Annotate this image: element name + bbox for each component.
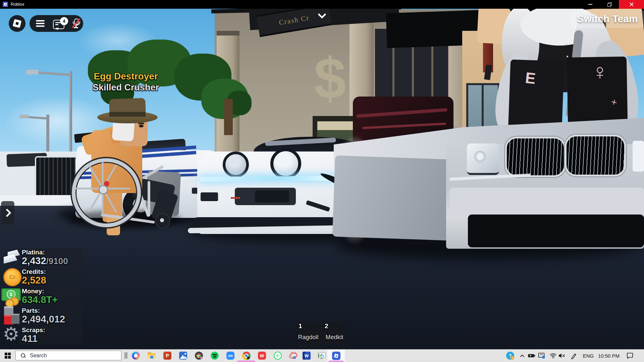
search-placeholder: Search xyxy=(30,353,47,359)
stat-row-scraps: Scraps: 411 xyxy=(18,326,83,344)
roblox-running-underline xyxy=(329,361,343,362)
wheelchair-caster-hub xyxy=(160,218,164,222)
stat-row-platina: Platina: 2,432/9100 xyxy=(18,248,83,266)
bmw-intake xyxy=(468,215,644,247)
chevron-down-icon xyxy=(318,10,326,18)
win-pane xyxy=(5,353,7,355)
chevron-right-icon xyxy=(3,208,11,217)
taskbar-zoom-icon[interactable]: zm xyxy=(226,351,235,360)
chat-tail xyxy=(56,28,59,30)
taskbar-wps-icon[interactable]: W xyxy=(258,351,266,360)
character-hat-band xyxy=(109,112,146,117)
switch-team-button[interactable]: Switch Team xyxy=(571,9,644,28)
stat-value: 2,528 xyxy=(22,275,46,286)
stat-label: Money: xyxy=(22,288,83,295)
taskbar-flower-doodle-icon[interactable] xyxy=(289,351,298,360)
wps-tile: W xyxy=(258,352,266,360)
tray-battery-icon[interactable] xyxy=(528,352,536,360)
chart-bar xyxy=(320,355,321,357)
hamburger-bar xyxy=(36,20,45,21)
minimize-button[interactable] xyxy=(581,0,600,9)
chrome-badge xyxy=(247,356,250,359)
chrome-profile-circle xyxy=(195,352,203,360)
taskbar-search-box[interactable]: Search xyxy=(15,351,121,360)
tray-volume-muted-icon[interactable] xyxy=(558,352,566,360)
stat-value: 2,494,012 xyxy=(22,314,65,324)
word-tile: W xyxy=(303,352,311,360)
tray-language[interactable]: ENG xyxy=(582,349,595,362)
monitor-stand xyxy=(321,358,322,359)
word-letter: W xyxy=(305,353,309,358)
spotify-wave xyxy=(212,354,217,355)
building-column-cap xyxy=(217,31,239,36)
ppt-tile: P xyxy=(163,352,171,360)
taskbar-chrome-icon[interactable] xyxy=(242,351,251,360)
stat-row-credits: Credits: 2,528 xyxy=(18,267,83,286)
menu-hamburger-icon[interactable] xyxy=(36,20,45,27)
search-handle xyxy=(24,356,26,358)
crash-sign-text: Crash Cr xyxy=(278,13,310,27)
roblox-window: $ lord Crash Cr xyxy=(0,0,644,362)
roblox-menu-button[interactable] xyxy=(9,15,25,32)
language-label: ENG xyxy=(583,353,594,359)
copilot-center xyxy=(134,354,138,357)
hotbar-slot-1[interactable]: 1 Ragdoll xyxy=(296,322,321,345)
folder-holder xyxy=(150,356,153,359)
leg-symbol-text: ♀ xyxy=(592,59,608,84)
avatar-button-dot xyxy=(566,44,567,45)
screen-chart xyxy=(317,352,326,360)
bmw-grille xyxy=(505,137,566,177)
flower-doodle xyxy=(289,352,298,360)
stat-row-parts: Parts: 2,494,012 xyxy=(18,306,83,325)
tray-display-sync-icon[interactable] xyxy=(538,352,546,360)
app-icon-roblox xyxy=(3,2,8,7)
photos-tile xyxy=(179,352,187,360)
stat-row-money: Money: 634.8T+ xyxy=(18,287,83,305)
spotify-circle xyxy=(211,352,219,360)
taskbar-divider xyxy=(125,352,125,359)
tray-pen-icon[interactable] xyxy=(570,352,578,360)
dollar-sign: $ xyxy=(314,45,354,111)
side-panel-expand-tab[interactable] xyxy=(1,201,14,225)
wps-letter: W xyxy=(260,353,264,358)
taskbar-powerpoint-icon[interactable]: P xyxy=(163,351,172,360)
spotify-wave xyxy=(213,356,217,357)
taskbar-whatsapp-icon[interactable]: ✆ xyxy=(273,351,282,360)
taskbar-photos-icon[interactable] xyxy=(179,351,187,360)
tray-help-icon[interactable]: ? i xyxy=(506,352,514,360)
tray-wifi-icon[interactable] xyxy=(549,352,557,360)
tree-trunk xyxy=(224,99,233,135)
taskbar-screen-chart-icon[interactable] xyxy=(317,351,326,360)
bmw-headlight-inner xyxy=(474,151,486,162)
chat-collapse-button[interactable] xyxy=(315,11,329,20)
stats-panel: Platina: 2,432/9100 Credits: 2,528 Cr Mo… xyxy=(0,247,87,347)
stat-label: Scraps: xyxy=(22,327,83,334)
roblox-tile-diamond xyxy=(334,353,338,358)
roblox-logo-hole xyxy=(15,22,19,25)
spotify-wave xyxy=(213,357,216,358)
taskbar-spotify-icon[interactable] xyxy=(210,351,219,360)
platina-ingots-icon xyxy=(2,249,19,267)
taskbar-chrome-profile-icon[interactable] xyxy=(195,351,203,360)
hamburger-bar xyxy=(36,25,45,27)
maximize-button[interactable] xyxy=(600,0,619,9)
title-bar: Roblox xyxy=(0,0,644,9)
tray-chevron-up-icon[interactable] xyxy=(518,352,526,360)
taskbar-file-explorer-icon[interactable] xyxy=(147,351,156,360)
character-eye xyxy=(139,125,144,127)
taskbar-copilot-icon[interactable] xyxy=(131,351,140,360)
taskbar-word-icon[interactable]: W xyxy=(302,351,311,360)
taskbar-roblox-icon[interactable] xyxy=(332,351,340,360)
close-icon xyxy=(629,2,634,7)
hotbar-slot-2[interactable]: 2 Medkit xyxy=(322,322,347,345)
hamburger-bar xyxy=(36,23,45,24)
chat-badge: 4 xyxy=(60,17,68,25)
tray-action-center-icon[interactable] xyxy=(626,352,634,360)
credits-coin-text: Cr xyxy=(9,274,16,281)
lamp-head xyxy=(19,115,29,118)
close-button[interactable] xyxy=(619,0,644,9)
start-button[interactable] xyxy=(2,350,13,361)
chrome-running-underline xyxy=(237,361,255,362)
tray-clock[interactable]: 10:50 PM xyxy=(596,349,621,362)
microphone-muted-icon[interactable] xyxy=(72,18,80,29)
